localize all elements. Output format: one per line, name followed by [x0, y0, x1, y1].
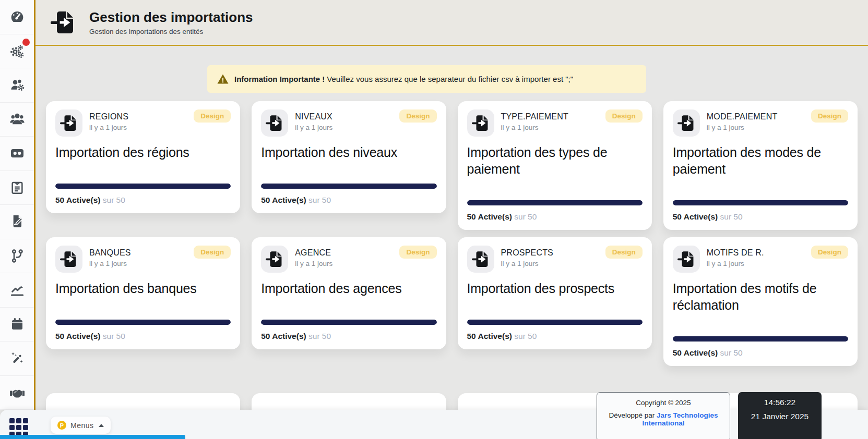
card-entity-name: MOTIFS DE R.	[707, 248, 764, 258]
card-spacer	[673, 313, 848, 336]
dashboard-icon	[9, 8, 26, 25]
import-card[interactable]: MODE.PAIEMENT il y a 1 jours Design Impo…	[663, 101, 858, 230]
developed-by-line: Développé par Jars Technologies Internat…	[597, 411, 730, 427]
design-badge: Design	[194, 246, 231, 259]
card-stats: 50 Active(s) sur 50	[55, 331, 231, 341]
card-icon-container	[467, 109, 494, 137]
design-badge: Design	[194, 109, 231, 123]
import-card[interactable]: MOTIFS DE R. il y a 1 jours Design Impor…	[663, 237, 858, 366]
import-card[interactable]: NIVEAUX il y a 1 jours Design Importatio…	[252, 101, 446, 213]
card-entity-name: NIVEAUX	[295, 112, 332, 121]
sidebar-item-statistics[interactable]	[0, 273, 34, 308]
card-spacer	[55, 297, 231, 320]
active-count: 50 Active(s)	[673, 212, 718, 221]
sidebar-item-forms[interactable]	[0, 171, 34, 205]
progress-fill	[261, 184, 436, 189]
app-window: Gestion des importations Gestion des imp…	[0, 0, 868, 439]
copyright-box: Copyright © 2025 Développé par Jars Tech…	[597, 392, 730, 439]
card-entity-name: MODE.PAIEMENT	[707, 112, 778, 121]
card-icon-container	[467, 246, 494, 273]
card-header-row: NIVEAUX il y a 1 jours Design	[261, 109, 436, 137]
progress-fill	[467, 320, 643, 325]
clock-time: 14:56:22	[738, 398, 822, 407]
progress-bar	[673, 200, 848, 205]
design-badge: Design	[811, 109, 848, 123]
card-spacer	[673, 177, 848, 200]
card-spacer	[261, 161, 436, 184]
card-entity-name: BANQUES	[89, 248, 131, 258]
import-file-icon	[51, 10, 76, 35]
card-entity-name: TYPE.PAIEMENT	[501, 112, 568, 121]
sidebar-item-workflow[interactable]	[0, 239, 34, 274]
menus-badge-icon: P	[57, 421, 66, 430]
sidebar-item-dashboard[interactable]	[0, 0, 34, 34]
card-header-row: PROSPECTS il y a 1 jours Design	[467, 246, 643, 273]
card-updated-time: il y a 1 jours	[707, 124, 778, 131]
progress-bar	[261, 184, 436, 189]
card-icon-container	[55, 109, 82, 137]
card-header-row: BANQUES il y a 1 jours Design	[55, 246, 231, 273]
card-icon-container	[55, 246, 82, 273]
progress-bar	[673, 336, 848, 342]
import-card[interactable]: REGIONS il y a 1 jours Design Importatio…	[46, 101, 240, 213]
sidebar-item-calendar[interactable]	[0, 308, 34, 342]
info-alert: Information Importante !Veuillez vous as…	[207, 65, 646, 93]
progress-fill	[673, 336, 848, 342]
import-card[interactable]: AGENCE il y a 1 jours Design Importation…	[252, 237, 446, 349]
card-stats: 50 Active(s) sur 50	[55, 195, 231, 205]
import-card[interactable]: TYPE.PAIEMENT il y a 1 jours Design Impo…	[458, 101, 652, 230]
handshake-icon	[9, 384, 26, 401]
active-count: 50 Active(s)	[55, 332, 100, 340]
sidebar-item-archive[interactable]	[0, 137, 34, 171]
file-signature-icon	[9, 213, 26, 230]
card-entity-name: AGENCE	[295, 248, 332, 258]
card-updated-time: il y a 1 jours	[295, 260, 332, 267]
chart-line-icon	[9, 282, 26, 298]
card-title: Importation des motifs de réclamation	[673, 280, 848, 313]
copyright-text: Copyright © 2025	[597, 399, 730, 407]
bottom-progress-bar	[0, 435, 185, 439]
sidebar-item-user-management[interactable]	[0, 68, 34, 103]
import-cards-grid: REGIONS il y a 1 jours Design Importatio…	[35, 101, 868, 366]
card-icon-container	[673, 109, 700, 137]
progress-fill	[261, 320, 436, 325]
alert-text: Information Importante !Veuillez vous as…	[234, 75, 573, 83]
card-spacer	[467, 297, 643, 320]
sidebar-item-settings[interactable]	[0, 34, 34, 69]
import-card[interactable]: BANQUES il y a 1 jours Design Importatio…	[46, 237, 240, 349]
progress-bar	[467, 320, 643, 325]
header-import-icon-slot	[51, 10, 76, 35]
card-updated-time: il y a 1 jours	[89, 124, 128, 131]
sidebar-item-partners[interactable]	[0, 376, 34, 410]
active-count: 50 Active(s)	[467, 332, 512, 340]
progress-bar	[55, 320, 231, 325]
card-title: Importation des agences	[261, 280, 436, 297]
clock-date: 21 Janvier 2025	[738, 412, 822, 421]
active-count: 50 Active(s)	[467, 212, 512, 221]
card-updated-time: il y a 1 jours	[501, 260, 554, 267]
card-updated-time: il y a 1 jours	[89, 260, 131, 267]
card-entity-name: PROSPECTS	[501, 248, 554, 258]
card-header-row: MOTIFS DE R. il y a 1 jours Design	[673, 246, 848, 273]
import-file-icon	[472, 114, 490, 132]
menus-button[interactable]: P Menus	[51, 417, 111, 434]
card-spacer	[467, 177, 643, 200]
total-count: sur 50	[720, 212, 743, 221]
card-icon-container	[673, 246, 700, 273]
card-header-row: AGENCE il y a 1 jours Design	[261, 246, 436, 273]
import-card[interactable]: PROSPECTS il y a 1 jours Design Importat…	[458, 237, 652, 349]
user-gear-icon	[9, 77, 26, 93]
footer-bar: P Menus Copyright © 2025 Développé par J…	[0, 410, 868, 439]
active-count: 50 Active(s)	[55, 196, 100, 204]
card-header-row: TYPE.PAIEMENT il y a 1 jours Design	[467, 109, 643, 137]
page-header: Gestion des importations Gestion des imp…	[35, 0, 868, 46]
sidebar-item-contracts[interactable]	[0, 205, 34, 239]
import-file-icon	[677, 250, 695, 268]
import-file-icon	[677, 114, 695, 132]
calendar-icon	[9, 316, 26, 333]
sidebar-item-automation[interactable]	[0, 342, 34, 376]
sidebar-item-users[interactable]	[0, 103, 34, 137]
card-entity-name: REGIONS	[89, 112, 128, 121]
page-title: Gestion des importations	[89, 9, 253, 26]
card-title: Importation des régions	[55, 144, 231, 161]
